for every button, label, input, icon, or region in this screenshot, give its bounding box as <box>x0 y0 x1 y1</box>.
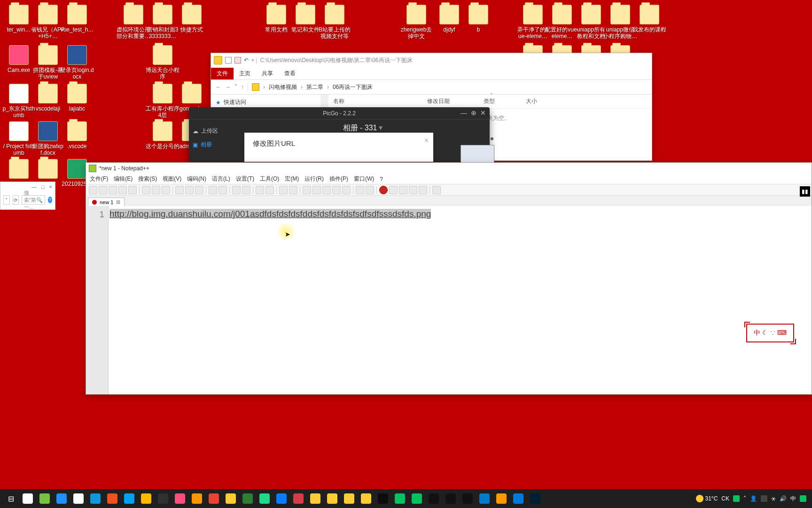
people-icon[interactable]: 👤 <box>750 495 757 502</box>
taskbar-app-explorer[interactable] <box>223 491 239 506</box>
taskbar-app-chrome2[interactable] <box>206 491 222 506</box>
taskbar-app-folder2[interactable] <box>324 491 340 506</box>
toolbar-button[interactable] <box>289 186 297 194</box>
toolbar-button[interactable] <box>432 186 441 194</box>
taskbar-app-media[interactable] <box>510 491 526 506</box>
breadcrumb[interactable]: 闪电修视频 <box>269 83 297 91</box>
back-icon[interactable]: ← <box>216 84 221 90</box>
desktop-icon[interactable]: vue_test_h… <box>60 5 94 33</box>
taskbar-app-ie[interactable] <box>54 491 70 506</box>
sidebar-item-upload[interactable]: ☁上传区 <box>193 124 232 138</box>
toolbar-button[interactable] <box>118 186 127 194</box>
toolbar-button[interactable] <box>219 186 227 194</box>
forward-icon[interactable]: → <box>225 84 231 90</box>
picgo-titlebar[interactable]: PicGo - 2.2.2 — ⊕ ✕ <box>189 107 490 119</box>
toolbar-button[interactable] <box>232 186 241 194</box>
taskbar-app-folder3[interactable] <box>341 491 357 506</box>
taskbar-app-chrome[interactable] <box>70 491 86 506</box>
editor-content[interactable]: http://blog.img.duanshuilu.com/j001asdfd… <box>109 209 431 219</box>
toolbar-button[interactable] <box>419 186 427 194</box>
dropdown[interactable]: ˅ <box>3 195 10 205</box>
view-icon[interactable] <box>234 57 241 64</box>
menu-item[interactable]: 设置(T) <box>236 175 254 183</box>
taskbar[interactable]: ⊟ 31°C CK ˄ 👤 ⚹ 🔊 中 <box>0 489 812 508</box>
toolbar-button[interactable] <box>265 186 274 194</box>
help-icon[interactable]: ? <box>48 197 52 203</box>
toolbar-button[interactable] <box>366 186 374 194</box>
undo-icon[interactable]: ↶ <box>244 57 249 64</box>
taskbar-app-term3[interactable] <box>460 491 476 506</box>
taskbar-app-vscode-red[interactable] <box>290 491 306 506</box>
desktop-icon[interactable]: 博远天合小程序 <box>146 45 180 80</box>
taskbar-app-ms-store[interactable] <box>104 491 120 506</box>
taskbar-app-pycharm2[interactable] <box>273 491 289 506</box>
menu-item[interactable]: 搜索(S) <box>138 175 157 183</box>
close-icon[interactable]: ✕ <box>480 109 486 117</box>
tray-icon[interactable] <box>800 495 806 502</box>
desktop-icon[interactable]: 快捷方式 <box>175 5 209 33</box>
taskbar-app-folder1[interactable] <box>307 491 323 506</box>
maximize-icon[interactable]: ⊕ <box>471 109 476 117</box>
taskbar-app-ps[interactable] <box>527 491 543 506</box>
ime-icon[interactable]: 中 <box>790 495 796 503</box>
toolbar-button[interactable] <box>175 186 184 194</box>
desktop-icon[interactable]: B站要上传的视频支付等 <box>318 5 351 40</box>
taskview-icon[interactable]: ⊟ <box>3 491 19 506</box>
desktop-icon[interactable]: .vscode <box>60 121 94 150</box>
taskbar-app-app-dark[interactable] <box>155 491 171 506</box>
column-header[interactable]: 类型 <box>479 95 521 108</box>
ribbon-tab[interactable]: 主页 <box>234 68 256 79</box>
column-header[interactable]: 修改日期 <box>422 95 479 108</box>
minimize-icon[interactable]: — <box>31 184 37 190</box>
desktop-icon[interactable]: b <box>461 5 495 33</box>
toolbar-button[interactable] <box>312 186 321 194</box>
taskbar-app-term1[interactable] <box>426 491 442 506</box>
toolbar-button[interactable] <box>209 186 217 194</box>
taskbar-app-cmd[interactable] <box>375 491 391 506</box>
taskbar-app-qq[interactable] <box>87 491 103 506</box>
refresh-icon[interactable]: ⟳ <box>13 195 19 205</box>
tray-icon[interactable] <box>733 495 740 502</box>
toolbar-button[interactable] <box>242 186 250 194</box>
menu-item[interactable]: 工具(O) <box>260 175 279 183</box>
toolbar-button[interactable] <box>109 186 117 194</box>
editor-tabs[interactable]: new 1 ⊠ <box>86 196 812 206</box>
taskbar-app-camera[interactable] <box>172 491 188 506</box>
sidebar-item-album[interactable]: ▣相册 <box>193 138 232 151</box>
menu-item[interactable]: 语言(L) <box>212 175 230 183</box>
toolbar-button[interactable] <box>99 186 107 194</box>
toolbar-button[interactable] <box>332 186 341 194</box>
taskbar-app-wechat2[interactable] <box>409 491 425 506</box>
desktop-icon[interactable]: zhengweb去掉中文 <box>399 5 433 40</box>
close-icon[interactable]: × <box>424 136 429 145</box>
search-input[interactable]: 搜索"第一…🔍 <box>22 195 45 205</box>
toolbar-button[interactable] <box>89 186 97 194</box>
system-tray[interactable]: 31°C CK ˄ 👤 ⚹ 🔊 中 <box>696 495 809 503</box>
menu-item[interactable]: 运行(R) <box>304 175 324 183</box>
column-header[interactable]: 名称 <box>328 95 422 108</box>
up-icon[interactable]: ↑ <box>241 84 244 90</box>
chevron-up-icon[interactable]: ˄ <box>743 495 746 502</box>
toolbar-button[interactable] <box>142 186 150 194</box>
ribbon-tab[interactable]: 共享 <box>256 68 279 79</box>
toolbar[interactable] <box>86 184 812 196</box>
editor-tab[interactable]: new 1 ⊠ <box>88 198 125 206</box>
menu-item[interactable]: 编码(N) <box>187 175 206 183</box>
close-icon[interactable]: × <box>49 184 52 190</box>
column-header[interactable]: 大小 <box>521 95 554 108</box>
toolbar-button[interactable] <box>128 186 137 194</box>
scrollbar[interactable] <box>491 137 493 140</box>
menu-item[interactable]: 插件(P) <box>329 175 348 183</box>
desktop-icon[interactable]: 我发布的课程 <box>632 5 666 33</box>
toolbar-button[interactable] <box>162 186 170 194</box>
menu-bar[interactable]: 文件(F)编辑(E)搜索(S)视图(V)编码(N)语言(L)设置(T)工具(O)… <box>86 174 812 184</box>
toolbar-button[interactable] <box>399 186 407 194</box>
toolbar-button[interactable] <box>379 186 388 194</box>
sort-chevron-icon[interactable]: ˄ <box>490 93 493 99</box>
menu-item[interactable]: ? <box>380 176 383 183</box>
maximize-icon[interactable]: □ <box>41 184 45 190</box>
taskbar-app-pycharm[interactable] <box>257 491 273 506</box>
toolbar-button[interactable] <box>322 186 331 194</box>
menu-item[interactable]: 编辑(E) <box>114 175 133 183</box>
toolbar-button[interactable] <box>389 186 398 194</box>
